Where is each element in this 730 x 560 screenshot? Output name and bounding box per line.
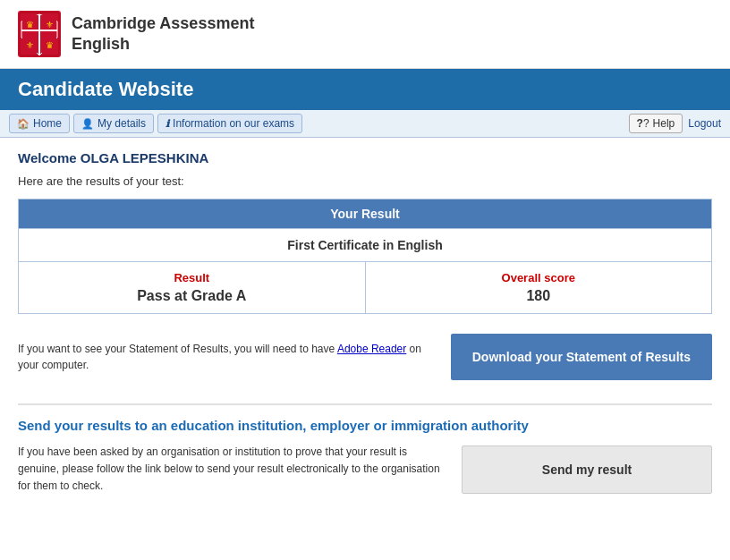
nav-home[interactable]: Home [9,114,70,133]
score-value: 180 [380,288,698,304]
result-label: Result [33,271,351,284]
statement-section: If you want to see your Statement of Res… [18,327,712,387]
main-content: Welcome OLGA LEPESHKINA Here are the res… [0,138,730,508]
send-results-section: Send your results to an education instit… [18,403,712,496]
navbar: Home My details Information on our exams… [0,110,730,138]
result-table: Your Result First Certificate in English… [18,199,712,314]
home-icon [17,117,30,130]
nav-info-exams[interactable]: Information on our exams [157,114,302,133]
result-cell: Result Pass at Grade A [19,262,366,314]
page-banner: Candidate Website [0,69,730,110]
help-button[interactable]: ? Help [629,114,683,133]
help-label: Help [653,117,675,130]
result-table-header: Your Result [19,199,712,229]
send-results-title: Send your results to an education instit… [18,418,712,433]
score-label: Overall score [380,271,698,284]
page-header: ♛ ⚜ ⚜ ♛ Cambridge Assessment English [0,0,730,69]
svg-text:⚜: ⚜ [26,40,34,50]
info-icon [166,117,169,130]
nav-left: Home My details Information on our exams [9,114,302,133]
cambridge-logo-icon: ♛ ⚜ ⚜ ♛ [18,11,61,57]
certificate-name: First Certificate in English [19,229,712,262]
help-icon: ? [637,117,649,130]
person-icon [81,117,94,130]
adobe-reader-link[interactable]: Adobe Reader [337,343,406,355]
nav-my-details-label: My details [98,117,146,130]
nav-my-details[interactable]: My details [73,114,154,133]
banner-title: Candidate Website [18,78,193,100]
send-result-button[interactable]: Send my result [462,445,712,494]
send-results-text: If you have been asked by an organisatio… [18,444,444,496]
results-subtitle: Here are the results of your test: [18,174,712,188]
statement-text: If you want to see your Statement of Res… [18,341,433,373]
logo-text: Cambridge Assessment English [72,13,254,55]
svg-text:♛: ♛ [46,40,54,50]
nav-home-label: Home [33,117,62,130]
download-statement-button[interactable]: Download your Statement of Results [451,334,712,380]
svg-text:♛: ♛ [26,20,34,30]
score-cell: Overall score 180 [365,262,712,314]
svg-text:⚜: ⚜ [46,20,54,30]
welcome-heading: Welcome OLGA LEPESHKINA [18,150,712,165]
result-value: Pass at Grade A [33,288,351,304]
nav-right: ? Help Logout [629,114,721,133]
send-results-body: If you have been asked by an organisatio… [18,444,712,496]
logout-link[interactable]: Logout [688,117,721,130]
nav-info-exams-label: Information on our exams [173,117,294,130]
